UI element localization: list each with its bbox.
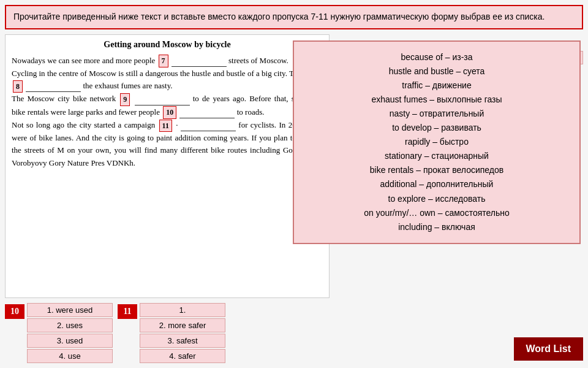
word-list-entry-8: stationary – стационарный <box>300 149 573 163</box>
gap-8: 8 <box>13 80 23 93</box>
q10-option-2[interactable]: 2. uses <box>27 318 113 332</box>
question-11-block: 11 1. 2. more safer 3. safest 4. safer <box>118 303 225 363</box>
blank-11 <box>181 131 236 131</box>
gap-7: 7 <box>159 55 168 67</box>
blank-8 <box>26 91 81 92</box>
blank-9 <box>135 105 190 105</box>
passage-paragraph-1: Nowadays we can see more and more people… <box>12 55 323 67</box>
word-list-entry-1: because of – из-за <box>300 50 573 64</box>
text-panel: Getting around Moscow by bicycle Nowaday… <box>5 34 330 298</box>
word-list-entry-11: to explore – исследовать <box>300 192 573 206</box>
q10-option-4[interactable]: 4. use <box>27 349 113 363</box>
blank-10 <box>179 118 235 118</box>
q11-option-4[interactable]: 4. safer <box>140 349 225 363</box>
q10-option-3[interactable]: 3. used <box>27 334 113 348</box>
word-list-overlay: because of – из-за hustle and bustle – с… <box>293 40 581 244</box>
q10-number: 10 <box>5 304 24 319</box>
word-list-button[interactable]: Word List <box>514 337 583 361</box>
q11-options: 1. 2. more safer 3. safest 4. safer <box>140 303 225 363</box>
q11-option-2[interactable]: 2. more safer <box>140 318 225 332</box>
word-list-entry-6: to develop – развивать <box>300 121 573 135</box>
word-list-entry-5: nasty – отвратительный <box>300 107 573 121</box>
gap-11: 11 <box>159 120 172 132</box>
word-list-entry-7: rapidly – быстро <box>300 135 573 149</box>
word-list-entry-13: including – включая <box>300 220 573 234</box>
word-list-entry-3: traffic – движение <box>300 79 573 93</box>
word-list-entry-12: on your/my/… own – самостоятельно <box>300 206 573 220</box>
passage-title: Getting around Moscow by bicycle <box>12 40 323 50</box>
q10-option-1[interactable]: 1. were used <box>27 303 113 317</box>
q10-options: 1. were used 2. uses 3. used 4. use <box>27 303 113 363</box>
word-list-entry-10: additional – дополнительный <box>300 177 573 191</box>
passage-paragraph-2: Cycling in the centre of Moscow is still… <box>12 67 323 93</box>
q11-option-1[interactable]: 1. <box>140 303 225 317</box>
question-10-block: 10 1. were used 2. uses 3. used 4. use <box>5 303 113 363</box>
answer-area: 10 1. were used 2. uses 3. used 4. use 1… <box>5 303 583 363</box>
passage-paragraph-3: The Moscow city bike network 9 to de yea… <box>12 93 323 119</box>
blank-7 <box>172 66 227 67</box>
gap-10: 10 <box>163 106 176 119</box>
instruction-text: Прочитайте приведенный ниже текст и вста… <box>13 12 545 21</box>
word-list-entry-9: bike rentals – прокат велосипедов <box>300 163 573 177</box>
passage-paragraph-4: Not so long ago the city started a campa… <box>12 119 323 169</box>
q11-option-3[interactable]: 3. safest <box>140 334 225 348</box>
instruction-banner: Прочитайте приведенный ниже текст и вста… <box>5 5 583 29</box>
word-list-entry-2: hustle and bustle – суета <box>300 64 573 79</box>
q11-number: 11 <box>118 304 137 319</box>
gap-9: 9 <box>120 93 130 106</box>
word-list-entry-4: exhaust fumes – выхлопные газы <box>300 93 573 107</box>
